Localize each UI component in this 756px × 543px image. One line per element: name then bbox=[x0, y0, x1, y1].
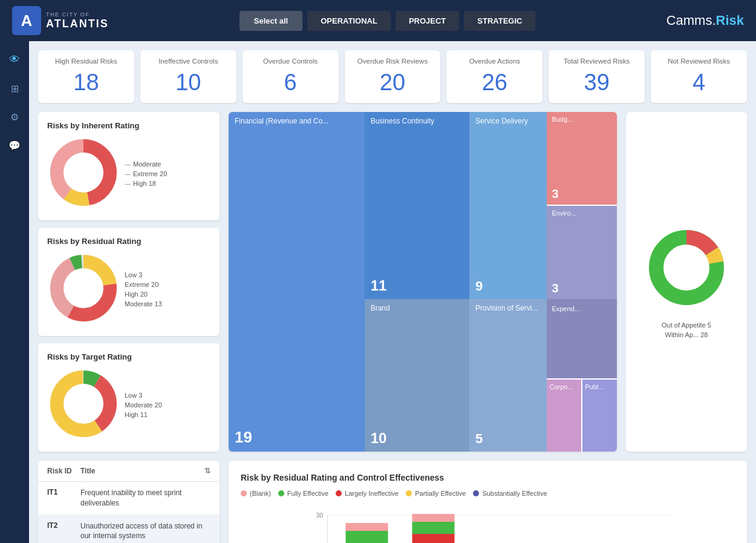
logo-area: A THE CITY OF ATLANTIS bbox=[12, 6, 109, 35]
appetite-donut bbox=[644, 225, 729, 310]
stat-value: 20 bbox=[351, 70, 435, 96]
tm-environ-label: Enviro... bbox=[552, 209, 576, 217]
risk-table-card: Risk ID Title ⇅ IT1 Frequent inability t… bbox=[38, 461, 220, 543]
risk-title: Unauthorized access of data stored in ou… bbox=[80, 521, 210, 542]
tm-environ-value: 3 bbox=[552, 281, 612, 295]
select-all-button[interactable]: Select all bbox=[240, 11, 302, 31]
inherent-rating-card: Risks by Inherent Rating bbox=[38, 112, 220, 220]
inherent-labels: — Moderate — Extreme 20 — High 18 bbox=[120, 160, 210, 187]
tm-provision-label: Provision of Servi... bbox=[475, 304, 544, 312]
tm-service-value: 9 bbox=[475, 278, 541, 294]
stats-row: High Residual Risks 18 Ineffective Contr… bbox=[38, 50, 747, 103]
sidebar-icon-filter[interactable]: ⚙ bbox=[7, 108, 22, 126]
col-risk-id: Risk ID bbox=[47, 467, 80, 475]
tm-budget-label: Budg... bbox=[552, 116, 573, 123]
tm-corp-label: Corpo... bbox=[549, 383, 573, 390]
tm-service[interactable]: Service Delivery 9 bbox=[469, 112, 547, 299]
camms-logo: Camms.Risk bbox=[666, 13, 744, 28]
tm-provision-value: 5 bbox=[475, 431, 541, 447]
sidebar-icon-chat[interactable]: 💬 bbox=[5, 137, 24, 154]
risk-title: Frequent inability to meet sprint delive… bbox=[80, 488, 210, 508]
out-of-appetite-label: Out of Appetite 5 bbox=[662, 321, 711, 329]
col-title: Title ⇅ bbox=[80, 467, 210, 475]
svg-rect-34 bbox=[412, 534, 455, 543]
stat-label: Overdue Risk Reviews bbox=[351, 58, 435, 65]
tm-service-label: Service Delivery bbox=[475, 117, 544, 125]
risk-row-it1[interactable]: IT1 Frequent inability to meet sprint de… bbox=[38, 482, 220, 515]
legend-fully: Fully Effective bbox=[278, 490, 328, 497]
stat-label: Total Reviewed Risks bbox=[555, 58, 639, 65]
risk-id: IT2 bbox=[47, 521, 80, 530]
strategic-button[interactable]: STRATEGIC bbox=[464, 11, 535, 31]
tm-brand[interactable]: Brand 10 bbox=[365, 299, 469, 452]
operational-button[interactable]: OPERATIONAL bbox=[307, 11, 391, 31]
stat-overdue-controls: Overdue Controls 6 bbox=[243, 50, 339, 103]
tm-expend[interactable]: Expend... bbox=[547, 299, 617, 380]
bar-chart-card: Risk by Residual Rating and Control Effe… bbox=[229, 461, 747, 543]
stat-label: Overdue Controls bbox=[249, 58, 333, 65]
tm-business-value: 11 bbox=[371, 277, 463, 294]
sort-icon[interactable]: ⇅ bbox=[204, 467, 210, 475]
stat-not-reviewed: Not Reviewed Risks 4 bbox=[651, 50, 747, 103]
svg-rect-30 bbox=[346, 523, 388, 531]
stat-value: 18 bbox=[44, 70, 128, 96]
stat-value: 26 bbox=[452, 70, 536, 96]
legend-partially: Partially Effective bbox=[406, 490, 466, 497]
stat-overdue-actions: Overdue Actions 26 bbox=[446, 50, 543, 103]
stat-label: Not Reviewed Risks bbox=[657, 58, 741, 65]
target-rating-card: Risks by Target Rating bbox=[38, 343, 220, 452]
tm-business[interactable]: Business Continuity 11 bbox=[365, 112, 469, 299]
tm-financial[interactable]: Financial (Revenue and Co... 19 bbox=[229, 112, 365, 452]
nav-buttons: Select all OPERATIONAL PROJECT STRATEGIC bbox=[240, 11, 536, 31]
tm-environ[interactable]: Enviro... 3 bbox=[547, 206, 617, 298]
stat-total-reviewed: Total Reviewed Risks 39 bbox=[549, 50, 645, 103]
tm-expend-label: Expend... bbox=[552, 305, 579, 312]
project-button[interactable]: PROJECT bbox=[396, 11, 459, 31]
tm-provision[interactable]: Provision of Servi... 5 bbox=[469, 299, 547, 452]
risk-rows: IT1 Frequent inability to meet sprint de… bbox=[38, 482, 220, 543]
residual-labels: Low 3 Extreme 20 High 20 Moderate 13 bbox=[120, 271, 210, 308]
risk-row-it2[interactable]: IT2 Unauthorized access of data stored i… bbox=[38, 515, 220, 543]
tm-right-top: Budg... 3 Enviro... 3 bbox=[547, 112, 617, 299]
svg-rect-29 bbox=[346, 531, 388, 543]
tm-brand-value: 10 bbox=[371, 430, 463, 447]
stat-value: 10 bbox=[146, 70, 230, 96]
bar-chart-title: Risk by Residual Rating and Control Effe… bbox=[241, 473, 735, 482]
tm-corp[interactable]: Corpo... bbox=[547, 380, 582, 452]
charts-column: Risks by Inherent Rating bbox=[38, 112, 220, 452]
sidebar-icon-eye[interactable]: 👁 bbox=[6, 50, 23, 69]
stat-label: Overdue Actions bbox=[452, 58, 536, 65]
bar-chart-svg: 0 10 20 30 Moderate bbox=[241, 509, 735, 543]
tm-financial-label: Financial (Revenue and Co... bbox=[235, 117, 362, 125]
risk-table-header: Risk ID Title ⇅ bbox=[38, 461, 220, 482]
tm-pub[interactable]: Publ... bbox=[582, 380, 617, 452]
main-content: High Residual Risks 18 Ineffective Contr… bbox=[29, 41, 756, 543]
tm-right-bottom: Expend... Corpo... Publ... bbox=[547, 299, 617, 452]
treemap-area: Financial (Revenue and Co... 19 Business… bbox=[229, 112, 617, 452]
city-name: ATLANTIS bbox=[46, 18, 109, 30]
tm-pub-label: Publ... bbox=[585, 383, 604, 390]
residual-rating-card: Risks by Residual Rating bbox=[38, 228, 220, 336]
stat-label: Ineffective Controls bbox=[146, 58, 230, 65]
legend-blank: (Blank) bbox=[241, 490, 271, 497]
city-label: THE CITY OF bbox=[46, 12, 109, 18]
legend-substantially: Substantially Effective bbox=[473, 490, 547, 497]
residual-donut-chart bbox=[47, 252, 120, 324]
bar-legend: (Blank) Fully Effective Largely Ineffect… bbox=[241, 490, 735, 497]
target-rating-title: Risks by Target Rating bbox=[47, 352, 210, 361]
residual-rating-title: Risks by Residual Rating bbox=[47, 237, 210, 246]
target-donut-chart bbox=[47, 367, 120, 440]
stat-high-residual: High Residual Risks 18 bbox=[38, 50, 134, 103]
stat-overdue-reviews: Overdue Risk Reviews 20 bbox=[345, 50, 441, 103]
stat-label: High Residual Risks bbox=[44, 58, 128, 65]
tm-budget-value: 3 bbox=[552, 187, 612, 201]
tm-business-label: Business Continuity bbox=[371, 117, 466, 125]
tm-financial-value: 19 bbox=[235, 428, 359, 447]
middle-row: Risks by Inherent Rating bbox=[38, 112, 747, 452]
svg-text:30: 30 bbox=[316, 512, 323, 519]
logo-text: THE CITY OF ATLANTIS bbox=[46, 12, 109, 30]
sidebar-icon-grid[interactable]: ⊞ bbox=[8, 80, 22, 97]
bottom-row: Risk ID Title ⇅ IT1 Frequent inability t… bbox=[38, 461, 747, 543]
tm-budget[interactable]: Budg... 3 bbox=[547, 112, 617, 206]
inherent-rating-title: Risks by Inherent Rating bbox=[47, 121, 210, 130]
